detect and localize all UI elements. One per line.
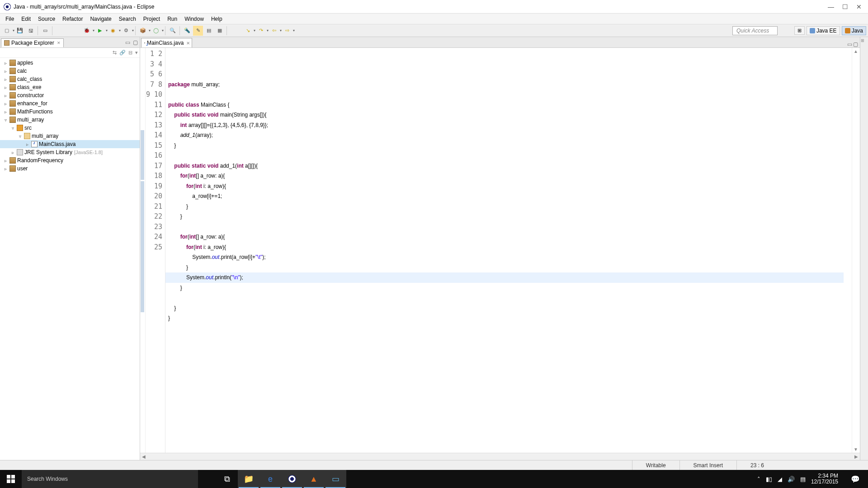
- menu-navigate[interactable]: Navigate: [86, 14, 115, 23]
- view-menu-button[interactable]: ▾: [135, 50, 138, 56]
- battery-icon[interactable]: ▮▯: [766, 476, 772, 483]
- tree-item[interactable]: ▹MathFunctions: [0, 108, 140, 116]
- app-button[interactable]: ▭: [325, 470, 346, 488]
- volume-icon[interactable]: 🔊: [788, 476, 795, 483]
- editor-maximize-button[interactable]: ▢: [853, 41, 858, 47]
- tree-item[interactable]: ▿multi_array: [0, 132, 140, 140]
- external-tools-button[interactable]: ⚙: [121, 26, 131, 36]
- tree-item[interactable]: ▹calc: [0, 67, 140, 75]
- step-into-button[interactable]: ↘: [243, 26, 253, 36]
- close-tab-button[interactable]: ✕: [186, 41, 190, 46]
- minimize-button[interactable]: —: [828, 3, 834, 10]
- status-bar: Writable Smart Insert 23 : 6: [0, 460, 868, 470]
- save-button[interactable]: 💾: [15, 26, 25, 36]
- menu-run[interactable]: Run: [164, 14, 181, 23]
- folding-ruler[interactable]: [140, 48, 146, 453]
- package-explorer-toolbar: ⇆ 🔗 ⊟ ▾: [0, 48, 140, 58]
- menu-refactor[interactable]: Refactor: [59, 14, 86, 23]
- tree-item[interactable]: ▹user: [0, 164, 140, 173]
- code-editor[interactable]: 1 2 3 4 5 6 7 8 9 10 11 12 13 14 15 16 1…: [140, 48, 860, 453]
- window-controls: — ☐ ✕: [828, 3, 864, 10]
- horizontal-scrollbar[interactable]: ◀▶: [140, 453, 860, 460]
- right-trim: ⊞: [860, 37, 868, 460]
- search-button[interactable]: 🔦: [182, 26, 192, 36]
- minimize-view-button[interactable]: ▭: [124, 39, 131, 46]
- new-package-button[interactable]: 📦: [138, 26, 148, 36]
- tree-item[interactable]: ▹class_exe: [0, 83, 140, 91]
- toggle-mark-button[interactable]: ✎: [193, 26, 203, 36]
- edge-button[interactable]: e: [259, 470, 281, 488]
- project-tree[interactable]: ▹apples▹calc▹calc_class▹class_exe▹constr…: [0, 58, 140, 460]
- status-cursor-position: 23 : 6: [736, 460, 778, 470]
- menu-help[interactable]: Help: [208, 14, 226, 23]
- package-explorer-tab[interactable]: Package Explorer ✕: [1, 38, 64, 47]
- file-explorer-button[interactable]: 📁: [238, 470, 259, 488]
- focus-button[interactable]: ⊟: [128, 50, 132, 56]
- forward-button[interactable]: ⇨: [282, 26, 292, 36]
- menu-search[interactable]: Search: [115, 14, 140, 23]
- new-dropdown[interactable]: ▾: [12, 28, 14, 33]
- view-tab-bar: Package Explorer ✕ ▭ ▢: [0, 37, 140, 48]
- tree-item[interactable]: ▹JRE System Library[JavaSE-1.8]: [0, 148, 140, 156]
- maximize-button[interactable]: ☐: [842, 3, 848, 10]
- search-placeholder: Search Windows: [27, 476, 68, 482]
- menu-window[interactable]: Window: [181, 14, 208, 23]
- tree-item[interactable]: ▹calc_class: [0, 75, 140, 83]
- taskbar-search[interactable]: Search Windows: [22, 470, 198, 488]
- step-over-button[interactable]: ↷: [256, 26, 266, 36]
- menu-project[interactable]: Project: [140, 14, 164, 23]
- action-center-button[interactable]: 💬: [846, 470, 864, 488]
- link-editor-button[interactable]: 🔗: [119, 50, 126, 56]
- package-explorer-view: Package Explorer ✕ ▭ ▢ ⇆ 🔗 ⊟ ▾ ▹apples▹c…: [0, 37, 140, 460]
- new-class-button[interactable]: ◯: [151, 26, 161, 36]
- open-type-button[interactable]: 🔍: [168, 26, 178, 36]
- collapse-all-button[interactable]: ⇆: [113, 50, 117, 56]
- tree-item[interactable]: ▹MainClass.java: [0, 140, 140, 148]
- clock[interactable]: 2:34 PM 12/17/2015: [811, 473, 841, 485]
- task-view-button[interactable]: ⧉: [216, 470, 238, 488]
- input-icon[interactable]: ▤: [800, 476, 806, 483]
- new-button[interactable]: ▢: [2, 26, 12, 36]
- save-all-button[interactable]: 🖫: [26, 26, 36, 36]
- tray-expand-icon[interactable]: ˄: [757, 476, 760, 483]
- tree-item[interactable]: ▹apples: [0, 59, 140, 67]
- main-toolbar: ▢▾ 💾 🖫 ▭ 🐞▾ ▶▾ ◉▾ ⚙▾ 📦▾ ◯▾ 🔍 🔦 ✎ ▤ ▦ ↘▾ …: [0, 24, 868, 37]
- annotations-button[interactable]: ▤: [204, 26, 214, 36]
- package-explorer-label: Package Explorer: [11, 40, 54, 46]
- tree-item[interactable]: ▿multi_array: [0, 116, 140, 124]
- vlc-button[interactable]: ▲: [303, 470, 325, 488]
- run-button[interactable]: ▶: [95, 26, 105, 36]
- title-bar: Java - multi_array/src/multi_array/MainC…: [0, 0, 868, 14]
- tree-item[interactable]: ▹enhance_for: [0, 99, 140, 108]
- open-perspective-button[interactable]: ⊞: [794, 26, 805, 35]
- tree-item[interactable]: ▹constructor: [0, 91, 140, 99]
- tree-item[interactable]: ▿src: [0, 124, 140, 132]
- maximize-view-button[interactable]: ▢: [132, 39, 139, 46]
- wifi-icon[interactable]: ◢: [778, 476, 782, 483]
- menu-edit[interactable]: Edit: [18, 14, 34, 23]
- taskbar-apps: ⧉ 📁 e ▲ ▭: [216, 470, 346, 488]
- back-button[interactable]: ⇦: [269, 26, 279, 36]
- menu-source[interactable]: Source: [34, 14, 59, 23]
- editor-tab-mainclass[interactable]: MainClass.java ✕: [141, 38, 192, 47]
- menu-file[interactable]: File: [2, 14, 18, 23]
- code-content[interactable]: package multi_array; public class MainCl…: [165, 48, 852, 453]
- windows-taskbar: Search Windows ⧉ 📁 e ▲ ▭ ˄ ▮▯ ◢ 🔊 ▤ 2:34…: [0, 470, 868, 488]
- pin-icon: ✕: [57, 41, 61, 45]
- debug-button[interactable]: 🐞: [82, 26, 92, 36]
- outline-icon[interactable]: ⊞: [860, 37, 865, 42]
- perspective-javaee[interactable]: Java EE: [807, 26, 840, 35]
- eclipse-taskbar-button[interactable]: [281, 470, 303, 488]
- editor-tab-label: MainClass.java: [147, 40, 184, 46]
- toggle-breadcrumb-button[interactable]: ▭: [40, 26, 50, 36]
- window-title: Java - multi_array/src/multi_array/MainC…: [14, 4, 828, 10]
- coverage-button[interactable]: ◉: [108, 26, 118, 36]
- tree-item[interactable]: ▹RandomFrequency: [0, 156, 140, 164]
- perspective-java[interactable]: Java: [842, 26, 866, 35]
- start-button[interactable]: [0, 470, 22, 488]
- tasks-button[interactable]: ▦: [215, 26, 225, 36]
- quick-access-input[interactable]: Quick Access: [732, 26, 778, 35]
- close-button[interactable]: ✕: [856, 3, 862, 10]
- editor-minimize-button[interactable]: ▭: [847, 41, 852, 47]
- overview-ruler[interactable]: ▲ ▼: [852, 48, 860, 453]
